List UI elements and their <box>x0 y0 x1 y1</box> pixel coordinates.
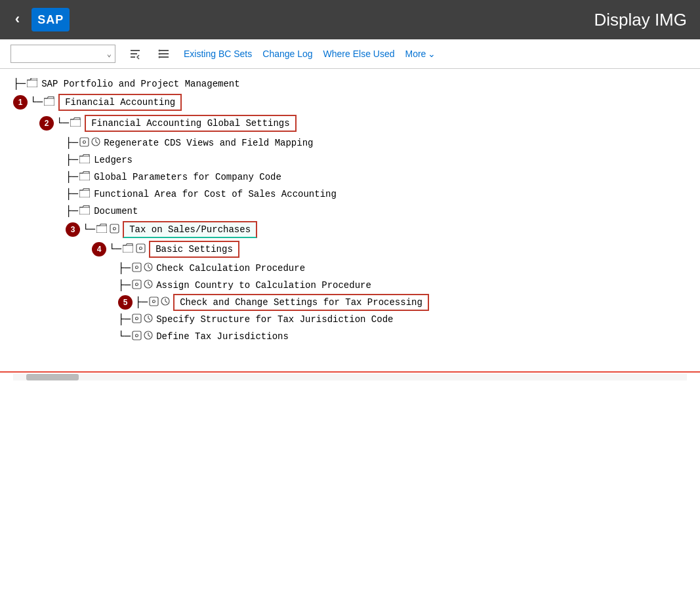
tree-item-label: Global Parameters for Company Code <box>94 172 281 182</box>
folder-icon <box>79 154 90 166</box>
toolbar-select[interactable] <box>10 45 115 63</box>
svg-rect-11 <box>79 173 90 180</box>
header: ‹ SAP Display IMG <box>0 0 700 39</box>
clock-icon <box>91 137 100 149</box>
collapse-all-button[interactable] <box>126 46 144 62</box>
scrollbar-track[interactable] <box>13 374 687 380</box>
connector: └─ <box>30 96 43 108</box>
tree-item-label: Regenerate CDS Views and Field Mapping <box>104 138 313 148</box>
connector: ├─ <box>118 279 131 291</box>
func-icon-3 <box>136 243 146 256</box>
svg-point-8 <box>83 140 86 143</box>
more-chevron-icon: ⌄ <box>428 49 436 59</box>
tree-row-document[interactable]: ├─ Document <box>13 203 687 220</box>
tree-row-assign-country[interactable]: ├─ Assign Country to Calculation Procedu… <box>13 277 687 294</box>
svg-rect-20 <box>133 263 141 272</box>
svg-point-27 <box>153 300 155 302</box>
tree-row-global-parameters[interactable]: ├─ Global Parameters for Company Code <box>13 169 687 186</box>
clock-icon-5 <box>144 314 153 325</box>
svg-rect-32 <box>133 331 141 340</box>
tree-row-define-tax[interactable]: └─ Define Tax Jurisdictions <box>13 328 687 345</box>
tree-row-specify-structure[interactable]: ├─ Specify Structure for Tax Jurisdictio… <box>13 311 687 328</box>
tree-row-sap-portfolio[interactable]: ├─ SAP Portfolio and Project Management <box>13 75 687 92</box>
fa-global-settings-highlight: Financial Accounting Global Settings <box>85 115 296 132</box>
svg-rect-3 <box>27 80 37 87</box>
tree-item-label: Define Tax Jurisdictions <box>156 331 289 342</box>
tree-item-label: Specify Structure for Tax Jurisdiction C… <box>156 314 393 325</box>
func-icon-8 <box>132 331 142 343</box>
tree-row-financial-accounting[interactable]: 1 └─ Financial Accounting <box>13 94 687 111</box>
sap-logo-text: SAP <box>37 13 64 27</box>
svg-point-0 <box>159 50 161 52</box>
more-label: More <box>405 49 426 59</box>
svg-rect-10 <box>79 156 90 163</box>
tree-row-check-calc[interactable]: ├─ Check Calculation Procedure <box>13 260 687 277</box>
func-icon-7 <box>132 314 142 326</box>
svg-point-1 <box>159 53 161 55</box>
tree-item-label: Ledgers <box>94 155 133 165</box>
collapse-icon <box>129 47 142 60</box>
func-icon-5 <box>132 279 142 292</box>
svg-rect-23 <box>133 280 141 289</box>
svg-rect-17 <box>123 245 133 253</box>
svg-rect-6 <box>70 119 81 127</box>
clock-icon-6 <box>144 331 153 342</box>
tree-item-label: Functional Area for Cost of Sales Accoun… <box>94 189 337 199</box>
badge-4: 4 <box>92 242 106 256</box>
sap-logo: SAP <box>31 8 70 31</box>
folder-icon <box>79 171 90 183</box>
tree-row-regenerate-cds[interactable]: ├─ Regenerate CDS Views and Field Mappin… <box>13 134 687 152</box>
tree-row-functional-area[interactable]: ├─ Functional Area for Cost of Sales Acc… <box>13 186 687 203</box>
connector: ├─ <box>66 205 78 217</box>
connector: ├─ <box>118 314 131 325</box>
list-view-button[interactable] <box>155 46 173 62</box>
tree-row-tax-on-sales[interactable]: 3 └─ Tax on Sales/Purchases <box>13 221 687 238</box>
bottom-border <box>0 371 700 382</box>
func-icon <box>79 137 89 150</box>
existing-bc-sets-link[interactable]: Existing BC Sets <box>184 49 252 59</box>
tree-container: ├─ SAP Portfolio and Project Management … <box>0 69 700 358</box>
check-change-settings-highlight: Check and Change Settings for Tax Proces… <box>173 294 429 311</box>
tree-item-label: Assign Country to Calculation Procedure <box>156 280 371 291</box>
folder-icon <box>70 117 81 129</box>
tree-item-label: Check and Change Settings for Tax Proces… <box>180 297 422 308</box>
svg-rect-12 <box>79 190 90 197</box>
more-button[interactable]: More ⌄ <box>405 49 436 59</box>
clock-icon-2 <box>144 262 153 274</box>
toolbar: ⌄ Existing BC Sets Change Log Where Else… <box>0 39 700 69</box>
svg-rect-18 <box>136 244 145 253</box>
folder-icon <box>96 224 107 235</box>
tree-item-label: Document <box>94 206 138 216</box>
connector: ├─ <box>118 262 131 274</box>
badge-2: 2 <box>39 116 54 131</box>
folder-icon <box>27 78 37 90</box>
basic-settings-highlight: Basic Settings <box>149 241 239 258</box>
svg-rect-7 <box>80 138 89 146</box>
tree-row-basic-settings[interactable]: 4 └─ Basic Settings <box>13 241 687 258</box>
financial-accounting-highlight: Financial Accounting <box>58 94 182 111</box>
scrollbar-thumb[interactable] <box>26 374 79 380</box>
tree-item-label: SAP Portfolio and Project Management <box>41 79 239 89</box>
badge-3: 3 <box>66 222 80 237</box>
svg-rect-14 <box>96 226 107 233</box>
connector: ├─ <box>66 171 78 183</box>
tree-row-check-change-settings[interactable]: 5 ├─ Check and Change Settings for Tax P… <box>13 294 687 311</box>
tree-row-fa-global-settings[interactable]: 2 └─ Financial Accounting Global Setting… <box>13 115 687 132</box>
folder-icon <box>123 243 133 255</box>
connector: └─ <box>109 243 121 255</box>
svg-point-33 <box>136 334 138 337</box>
func-icon-4 <box>132 262 142 275</box>
connector: └─ <box>118 331 131 342</box>
tree-row-ledgers[interactable]: ├─ Ledgers <box>13 152 687 169</box>
change-log-link[interactable]: Change Log <box>262 49 312 59</box>
svg-rect-5 <box>44 98 54 106</box>
func-icon-2 <box>110 224 119 236</box>
tree-item-label: Financial Accounting Global Settings <box>91 118 289 129</box>
svg-point-21 <box>136 266 138 268</box>
back-button[interactable]: ‹ <box>13 12 22 28</box>
connector: └─ <box>56 117 69 129</box>
folder-icon <box>79 205 90 217</box>
connector: ├─ <box>13 78 26 90</box>
svg-rect-26 <box>150 297 158 306</box>
where-else-used-link[interactable]: Where Else Used <box>323 49 395 59</box>
